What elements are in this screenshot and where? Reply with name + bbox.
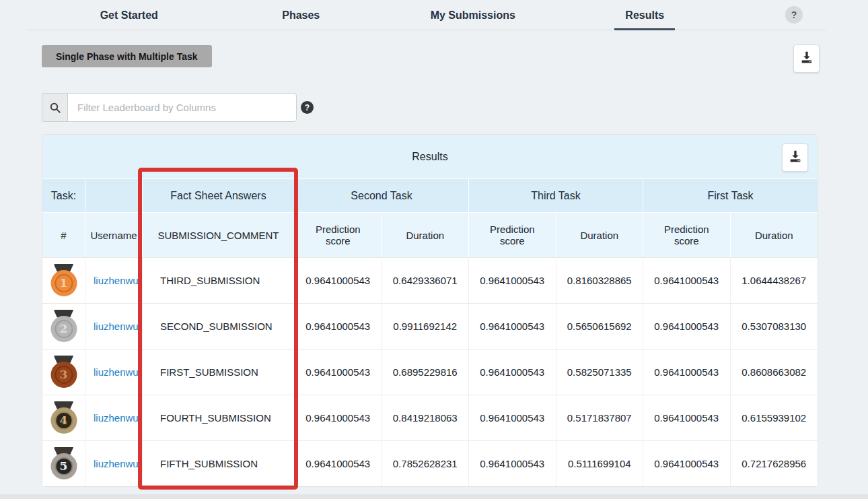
search-icon — [42, 93, 67, 122]
score-cell: 0.9641000543 — [295, 440, 382, 486]
footer-strip — [0, 494, 868, 499]
group-empty — [85, 178, 143, 212]
col-rank[interactable]: # — [42, 212, 85, 257]
col-prediction-score[interactable]: Prediction score — [295, 212, 382, 257]
score-cell: 0.7852628231 — [382, 440, 470, 486]
score-cell: 0.9641000543 — [469, 440, 556, 486]
col-duration[interactable]: Duration — [382, 212, 470, 257]
score-cell: 0.9641000543 — [643, 395, 731, 440]
score-cell: 0.9641000543 — [643, 349, 731, 395]
rank-cell: 3 — [42, 349, 85, 395]
score-cell: 0.5171837807 — [556, 395, 644, 440]
score-cell: 0.9641000543 — [469, 303, 556, 349]
col-prediction-score[interactable]: Prediction score — [469, 212, 556, 257]
score-cell: 1.0644438267 — [731, 257, 818, 303]
group-third-task: Third Task — [469, 178, 643, 212]
medal-rank4-icon: 4 — [48, 401, 80, 435]
group-task-label: Task: — [42, 178, 85, 212]
comment-cell: FIRST_SUBMISSION — [143, 349, 295, 395]
score-cell: 0.5650615692 — [556, 303, 644, 349]
col-duration[interactable]: Duration — [556, 212, 644, 257]
score-cell: 0.9641000543 — [295, 303, 382, 349]
username-cell: liuzhenwu — [85, 349, 143, 395]
group-fact-sheet-answers: Fact Sheet Answers — [143, 178, 295, 212]
score-cell: 0.5307083130 — [731, 303, 818, 349]
rank-cell: 2 — [42, 303, 85, 349]
score-cell: 0.9641000543 — [469, 395, 556, 440]
filter-help-icon[interactable]: ? — [301, 101, 314, 114]
col-submission-comment[interactable]: SUBMISSION_COMMENT — [143, 212, 295, 257]
leaderboard-table: Results Task: Fact Sheet Answers Second … — [42, 134, 818, 487]
comment-cell: THIRD_SUBMISSION — [143, 257, 295, 303]
medal-rank5-icon: 5 — [48, 447, 80, 481]
results-page: Get Started Phases My Submissions Result… — [0, 0, 868, 499]
username-link[interactable]: liuzhenwu — [94, 275, 139, 286]
help-icon[interactable]: ? — [785, 6, 803, 24]
score-cell: 0.9641000543 — [469, 349, 556, 395]
leaderboard-header: Results — [42, 135, 818, 178]
leaderboard-grid: Task: Fact Sheet Answers Second Task Thi… — [42, 178, 818, 486]
phase-button[interactable]: Single Phase with Multiple Task — [42, 45, 212, 67]
score-cell: 0.7217628956 — [731, 440, 818, 486]
download-icon — [788, 149, 803, 166]
medal-silver-icon: 2 — [48, 310, 80, 343]
score-cell: 0.6429336071 — [382, 257, 470, 303]
leaderboard-filter — [42, 93, 297, 122]
username-cell: liuzhenwu — [85, 395, 143, 440]
leaderboard-title: Results — [412, 151, 447, 163]
tab-get-started[interactable]: Get Started — [43, 0, 215, 30]
username-link[interactable]: liuzhenwu — [94, 412, 139, 424]
score-cell: 0.9641000543 — [469, 257, 556, 303]
group-second-task: Second Task — [295, 178, 469, 212]
username-cell: liuzhenwu — [85, 440, 143, 486]
comment-cell: SECOND_SUBMISSION — [143, 303, 295, 349]
username-cell: liuzhenwu — [85, 257, 143, 303]
comment-cell: FIFTH_SUBMISSION — [143, 440, 295, 486]
score-cell: 0.9641000543 — [295, 395, 382, 440]
rank-cell: 1 — [42, 257, 85, 303]
download-button[interactable] — [793, 44, 820, 73]
group-first-task: First Task — [643, 178, 818, 212]
rank-cell: 4 — [42, 395, 85, 440]
col-username[interactable]: Username — [85, 212, 143, 257]
score-cell: 0.9641000543 — [643, 440, 731, 486]
table-download-button[interactable] — [782, 143, 808, 172]
download-icon — [799, 50, 814, 67]
score-cell: 0.9911692142 — [382, 303, 470, 349]
filter-input[interactable] — [67, 93, 297, 122]
comment-cell: FOURTH_SUBMISSION — [143, 395, 295, 440]
score-cell: 0.9641000543 — [643, 303, 731, 349]
score-cell: 0.8608663082 — [731, 349, 818, 395]
score-cell: 0.5111699104 — [556, 440, 644, 486]
score-cell: 0.6895229816 — [382, 349, 470, 395]
score-cell: 0.9641000543 — [643, 257, 731, 303]
score-cell: 0.8160328865 — [556, 257, 644, 303]
score-cell: 0.9641000543 — [295, 349, 382, 395]
score-cell: 0.6155939102 — [731, 395, 818, 440]
tabbar: Get Started Phases My Submissions Result… — [43, 0, 731, 30]
tab-phases[interactable]: Phases — [215, 0, 388, 30]
username-link[interactable]: liuzhenwu — [94, 458, 139, 469]
tab-results[interactable]: Results — [559, 0, 731, 30]
tab-my-submissions[interactable]: My Submissions — [387, 0, 559, 30]
medal-bronze-icon: 3 — [48, 356, 80, 389]
medal-gold-icon: 1 — [48, 264, 80, 298]
col-duration[interactable]: Duration — [731, 212, 818, 257]
score-cell: 0.8419218063 — [382, 395, 470, 440]
col-prediction-score[interactable]: Prediction score — [643, 212, 731, 257]
username-link[interactable]: liuzhenwu — [94, 366, 139, 378]
username-cell: liuzhenwu — [85, 303, 143, 349]
score-cell: 0.9641000543 — [295, 257, 382, 303]
rank-cell: 5 — [42, 440, 85, 486]
score-cell: 0.5825071335 — [556, 349, 644, 395]
username-link[interactable]: liuzhenwu — [94, 321, 139, 332]
